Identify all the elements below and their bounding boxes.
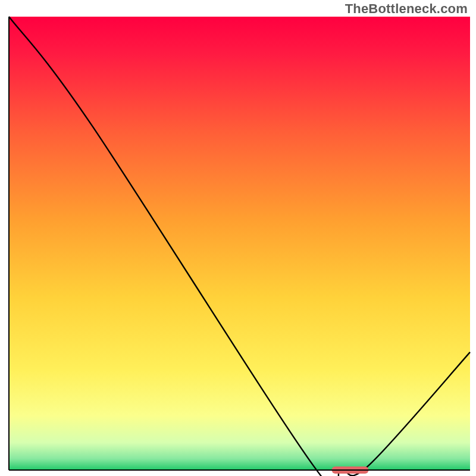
plot-background — [9, 17, 470, 470]
bottleneck-chart — [0, 0, 476, 476]
chart-container: { "watermark": "TheBottleneck.com", "cha… — [0, 0, 476, 476]
